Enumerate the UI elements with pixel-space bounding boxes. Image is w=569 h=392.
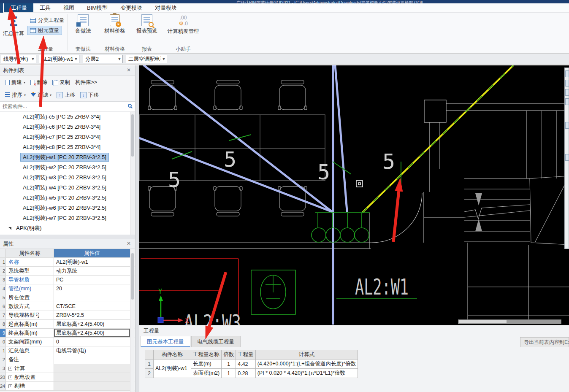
cad-tool-icon-1[interactable] — [565, 70, 569, 77]
property-row[interactable]: 3+计算 — [0, 364, 135, 373]
list-item[interactable]: AL2(明装)-c7 [PC 25 ZRBV-3*4] — [0, 132, 135, 142]
element-query-button[interactable]: 图元查量 — [27, 26, 62, 35]
list-item[interactable]: AL2(明装)-w6 [PC 20 ZRBV-3*2.5] — [0, 203, 135, 213]
walls — [139, 100, 569, 249]
cad-labels: 5 5 5 5 AL2:W1 AL2:W3 — [168, 147, 409, 325]
copy-component-button[interactable]: 复制 — [51, 78, 72, 87]
move-down-button[interactable]: ↓下移 — [79, 91, 100, 100]
property-row[interactable]: 24+剔槽 — [0, 382, 135, 391]
property-row[interactable]: 6敷设方式CT/SCE — [0, 302, 135, 311]
list-item[interactable]: AL2(明装)-w4 [PC 20 ZRBV-3*2.5] — [0, 183, 135, 193]
menu-tab-工具[interactable]: 工具 — [33, 3, 57, 12]
property-row[interactable]: 8起点标高(m)层底标高+2.4(5.400) — [0, 320, 135, 329]
component-toolbar-row2: 排序▾ 过滤▾ ↑上移 ↓下移 — [0, 89, 135, 101]
move-up-button[interactable]: ↑上移 — [55, 91, 77, 100]
new-component-button[interactable]: 新建▾ — [3, 78, 27, 87]
material-price-button[interactable]: ¥ 材料价格 — [100, 14, 129, 35]
summary-calc-button[interactable]: Σ 汇总计算 — [2, 14, 25, 37]
sort-button[interactable]: 排序▾ — [3, 91, 27, 100]
report-preview-icon — [141, 14, 152, 26]
quantity-tab-图元基本工程量[interactable]: 图元基本工程量 — [141, 336, 190, 347]
property-row[interactable]: 20+配电设置 — [0, 373, 135, 382]
property-row[interactable]: 9终点标高(m)层底标高+2.4(5.400) — [0, 329, 135, 338]
element-query-icon — [30, 28, 36, 33]
distribution-box — [251, 270, 295, 314]
table-row[interactable]: 1AL2(明装)-w1长度(m)14.42(4.420+0.000)*1:(L+… — [145, 360, 358, 369]
new-doc-icon — [5, 80, 10, 85]
component-list-scrollbar[interactable] — [130, 112, 135, 235]
cad-tool-icon-6[interactable] — [565, 154, 569, 161]
list-item[interactable]: AL2(明装)-c6 [PC 25 ZRBV-3*4] — [0, 122, 135, 132]
cad-viewport[interactable]: 5 5 5 5 AL2:W1 AL2:W3 Y X — [139, 65, 569, 325]
list-item[interactable]: AL2(明装)-w1 [PC 20 ZRBV-3*2.5] — [0, 152, 135, 162]
expand-icon[interactable]: + — [8, 367, 12, 370]
property-row[interactable]: 1名称AL2(明装)-w1 — [0, 258, 135, 267]
precision-manage-button[interactable]: .00 ⚙.0 计算精度管理 — [165, 14, 201, 35]
export-to-excel-button[interactable]: 导出当前表内容到Ex — [520, 337, 569, 347]
chevron-down-icon: ▼ — [161, 57, 167, 61]
menu-tab-视图[interactable]: 视图 — [57, 3, 81, 12]
menu-tab-工程量[interactable]: 工程量 — [4, 3, 33, 12]
property-row[interactable]: 7导线规格型号ZRBV-5*2.5 — [0, 311, 135, 320]
list-item[interactable]: AL2(明装)-c8 [PC 25 ZRBV-3*4] — [0, 142, 135, 152]
property-row[interactable]: 5所在位置 — [0, 293, 135, 302]
expand-icon[interactable]: + — [8, 376, 12, 379]
scale-label-5c: 5 — [317, 160, 330, 184]
expand-icon[interactable]: + — [8, 384, 12, 388]
filter-button[interactable]: 过滤▾ — [29, 91, 53, 100]
delete-component-button[interactable]: 删除 — [29, 78, 49, 87]
list-item[interactable]: AL2(明装)-c5 [PC 25 ZRBV-3*4] — [0, 112, 135, 122]
left-panel-column: 构件列表 ✕ 新建▾ 删除 复制 构件库>> 排序▾ 过滤▾ ↑上移 ↓下移 A… — [0, 65, 135, 392]
quantity-tab-电气线缆工程量[interactable]: 电气线缆工程量 — [191, 336, 241, 347]
axis-x-label: X — [185, 317, 189, 324]
app-window: 广联达BIM安装计量GQI2021 - [C:\Users\Administra… — [0, 0, 569, 392]
component-search-row — [0, 101, 135, 111]
list-item[interactable]: AL2(明装)-w2 [PC 20 ZRBV-3*2.5] — [0, 162, 135, 173]
component-library-button[interactable]: 构件库>> — [73, 78, 99, 87]
cad-tool-icon-3[interactable] — [565, 89, 569, 96]
menu-tab-变更模块[interactable]: 变更模块 — [114, 3, 149, 12]
cad-side-toolbar[interactable] — [564, 68, 569, 249]
apply-method-icon — [78, 14, 89, 26]
combo-2[interactable]: 分层2▼ — [83, 55, 123, 63]
component-list-header: 构件列表 ✕ — [0, 65, 135, 76]
properties-scrollbar[interactable] — [130, 249, 135, 392]
list-item[interactable]: AL2(明装)-w3 [PC 20 ZRBV-3*2.5] — [0, 173, 135, 183]
combo-1[interactable]: AL2(明装)-w1▼ — [39, 55, 79, 63]
cad-tool-icon-5[interactable] — [565, 122, 569, 129]
door-arc — [372, 193, 422, 243]
list-group-apk[interactable]: APK(明装) — [0, 223, 135, 233]
property-row[interactable]: 3导管材质PC — [0, 276, 135, 284]
property-row[interactable]: 2备注 — [0, 355, 135, 364]
search-input[interactable] — [0, 102, 127, 111]
property-row[interactable]: 2系统类型动力系统 — [0, 267, 135, 276]
label-al2w3: AL2:W3 — [184, 310, 241, 325]
group-label-material: 材料价格 — [100, 46, 129, 53]
group-label-assistant: 小助手 — [165, 46, 201, 53]
property-row[interactable]: 0支架间距(mm)0 — [0, 338, 135, 346]
list-item[interactable]: AL2(明装)-w7 [PC 20 ZRBV-3*2.5] — [0, 213, 135, 223]
axis-y-label: Y — [158, 288, 162, 295]
properties-close-icon[interactable]: ✕ — [126, 241, 132, 246]
cad-tool-icon-2[interactable] — [565, 80, 569, 87]
quantity-tabs: 图元基本工程量电气线缆工程量 — [141, 336, 241, 347]
scale-label-5b: 5 — [168, 168, 181, 192]
classified-quantity-button[interactable]: 分类工程量 — [27, 16, 68, 25]
list-item[interactable]: AL2(明装)-w5 [PC 20 ZRBV-3*2.5] — [0, 193, 135, 203]
report-preview-button[interactable]: 报表预览 — [133, 14, 161, 35]
component-list-close-icon[interactable]: ✕ — [126, 67, 132, 73]
menu-tab-BIM模型[interactable]: BIM模型 — [81, 3, 114, 12]
stairs — [464, 111, 569, 324]
menu-tab-对量模块[interactable]: 对量模块 — [149, 3, 183, 12]
apply-method-button[interactable]: 套做法 — [70, 14, 96, 35]
property-row[interactable]: 1汇总信息电线导管(电) — [0, 346, 135, 355]
combo-0[interactable]: 线导管(电)▼ — [1, 55, 36, 63]
property-row[interactable]: 4管径(mm)20 — [0, 284, 135, 293]
sigma-icon: Σ — [2, 14, 25, 29]
panel-divider[interactable] — [135, 65, 139, 392]
combo-3[interactable]: 二层空调配电平▼ — [126, 55, 167, 63]
cad-horizontal-scrollbar[interactable] — [458, 319, 561, 324]
cad-tool-icon-4[interactable] — [565, 98, 569, 105]
cursor-pick-box — [356, 181, 363, 187]
qtable-header: 工程量 — [236, 350, 256, 360]
